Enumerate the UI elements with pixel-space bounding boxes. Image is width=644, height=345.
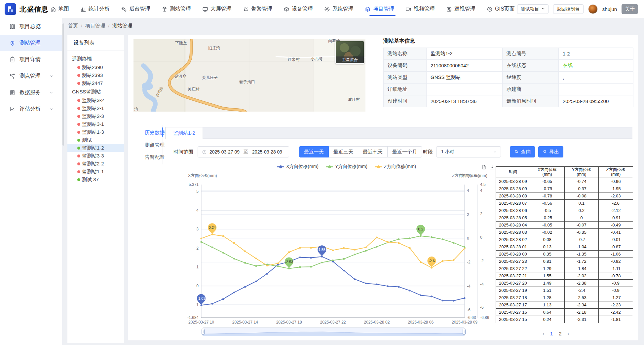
device-item-1-4[interactable]: 监测站1-3	[67, 128, 124, 136]
tab-station-1-2[interactable]: 监测站1-2	[166, 127, 203, 139]
online-status-dot	[77, 139, 80, 142]
nav-item-10[interactable]: 巡视管理	[445, 0, 476, 18]
svg-text:-2.6: -2.6	[429, 259, 435, 263]
project-select[interactable]: 测试项目	[517, 4, 549, 14]
breadcrumb-separator: /	[81, 23, 82, 29]
device-item-1-1[interactable]: 监测站2-1	[67, 104, 124, 112]
displacement-data-table: 时间X方向位移(mm)Y方向位移(mm)Z方向位移(mm) 2025-03-28…	[496, 166, 633, 323]
svg-text:0: 0	[467, 236, 469, 241]
map-layer-switcher[interactable]: 卫星混合	[335, 41, 364, 64]
avatar[interactable]	[588, 4, 598, 14]
map-place-label-2: 红泉村	[288, 57, 300, 62]
nav-item-3[interactable]: 测站管理	[161, 0, 192, 18]
offline-status-dot	[77, 99, 80, 102]
nav-item-8[interactable]: 项目管理	[364, 0, 395, 18]
legend-item-0[interactable]: X方向位移(mm)	[277, 164, 319, 170]
period-label: 时段	[423, 149, 433, 155]
sidebar-item-5[interactable]: 评估分析	[0, 101, 62, 117]
device-item-0-1[interactable]: 测站2393	[67, 71, 124, 79]
breadcrumb-item-0[interactable]: 首页	[68, 23, 78, 29]
quick-range-2[interactable]: 最近七天	[358, 146, 388, 157]
device-item-0-0[interactable]: 测站2390	[67, 63, 124, 71]
svg-text:4: 4	[480, 188, 482, 193]
data-view-icon[interactable]	[481, 164, 487, 170]
breadcrumb-item-1[interactable]: 项目管理	[85, 23, 105, 29]
table-cell: -1.06	[599, 250, 633, 258]
sidebar-item-label: 测点管理	[19, 73, 41, 80]
username: shujun	[602, 6, 617, 12]
info-label: 在线状态	[503, 60, 559, 72]
chart-area: 5.371543210-1-1.684420-2-4-6-6.634.5420-…	[178, 172, 496, 327]
sidebar-item-label: 评估分析	[19, 106, 41, 113]
sidebar-item-2[interactable]: 项目详情	[0, 51, 62, 68]
nav-item-5[interactable]: 告警管理	[242, 0, 273, 18]
sidebar-item-3[interactable]: 测点管理	[0, 68, 62, 84]
legend-item-1[interactable]: Y方向位移(mm)	[326, 164, 367, 170]
export-button[interactable]: 导出	[538, 146, 563, 157]
table-cell: -0.05	[530, 221, 564, 228]
nav-item-label: 巡视管理	[454, 6, 475, 13]
nav-item-11[interactable]: GIS页面	[486, 0, 515, 18]
datazoom-slider[interactable]	[203, 328, 465, 336]
device-item-1-7[interactable]: 监测站3-3	[67, 152, 124, 160]
nav-item-0[interactable]: 地图	[50, 0, 70, 18]
device-icon	[284, 6, 289, 12]
pagination-prev[interactable]: ‹	[543, 331, 544, 336]
quick-range-0[interactable]: 最近一天	[299, 146, 329, 157]
file-icon	[481, 164, 487, 170]
nav-item-1[interactable]: 统计分析	[80, 0, 110, 18]
device-item-1-6[interactable]: 监测站1-2	[67, 144, 124, 152]
date-end-value: 2025-03-28 09	[252, 149, 282, 155]
download-icon	[489, 164, 495, 170]
datazoom-selected-region	[203, 328, 464, 336]
query-button[interactable]: 查询	[510, 146, 535, 157]
device-item-1-0[interactable]: 监测站3-2	[67, 96, 124, 104]
back-to-console-button[interactable]: 返回控制台	[553, 4, 584, 14]
datazoom-handle-right[interactable]	[463, 329, 466, 335]
nav-item-4[interactable]: 大屏管理	[202, 0, 232, 18]
sidebar-scrollbar[interactable]	[62, 23, 64, 146]
device-item-0-2[interactable]: 测站2447	[67, 79, 124, 87]
stats-icon	[80, 6, 86, 12]
sidebar-item-1[interactable]: 测站管理	[0, 35, 62, 51]
about-button[interactable]: 关于	[622, 4, 638, 14]
nav-item-2[interactable]: 后台管理	[120, 0, 151, 18]
sidebar-item-4[interactable]: 数据服务	[0, 84, 62, 101]
device-item-1-2[interactable]: 监测站2-3	[67, 112, 124, 120]
pagination-page-1[interactable]: 1	[550, 331, 553, 336]
datazoom-handle-left[interactable]	[202, 329, 205, 335]
device-item-label: 监测站3-2	[82, 97, 104, 103]
map-base-art	[133, 39, 365, 112]
period-select[interactable]: 1 小时	[436, 146, 501, 157]
svg-text:0: 0	[196, 284, 199, 288]
brand-block[interactable]: 北盛信息	[5, 3, 49, 15]
nav-item-label: GIS页面	[495, 6, 515, 13]
search-icon	[543, 149, 547, 154]
sidebar-item-0[interactable]: 项目总览	[0, 18, 62, 35]
device-item-1-8[interactable]: 监测站2-2	[67, 160, 124, 168]
nav-item-9[interactable]: 视频管理	[405, 0, 436, 18]
station-map[interactable]: 下陡丘旧庄湾红泉村小儿湾尚套子硝河乡关儿庄子套子沟口关庄村后庄村湾 吉天线 卫星…	[133, 39, 365, 112]
legend-item-2[interactable]: Z方向位移(mm)	[375, 164, 416, 170]
data-table-body: 2025-03-28 09-0.65-0.74-0.962025-03-28 0…	[496, 178, 633, 323]
table-cell: 2025-03-28 04	[496, 221, 530, 228]
pagination-next[interactable]: ›	[568, 331, 569, 336]
device-item-1-3[interactable]: 监测站3-1	[67, 120, 124, 128]
device-item-1-5[interactable]: 测试	[67, 136, 124, 144]
period-select-value: 1 小时	[441, 149, 454, 155]
table-cell: 1.29	[530, 265, 564, 272]
device-group-label: GNSS监测站	[67, 87, 124, 96]
breadcrumb-item-2: 测站管理	[112, 23, 132, 29]
quick-range-3[interactable]: 最近一个月	[388, 146, 422, 157]
quick-range-1[interactable]: 最近三天	[329, 146, 358, 157]
device-item-1-9[interactable]: 监测站1-1	[67, 168, 124, 176]
date-range-picker[interactable]: 2025-03-27 09 至 2025-03-28 09	[198, 146, 289, 157]
download-icon[interactable]	[489, 164, 495, 170]
nav-item-6[interactable]: 设备管理	[283, 0, 314, 18]
table-cell: -2.38	[564, 279, 599, 287]
device-item-1-10[interactable]: 测试 37	[67, 176, 124, 184]
svg-text:0: 0	[480, 235, 482, 240]
nav-item-7[interactable]: 系统管理	[323, 0, 354, 18]
pagination-page-2[interactable]: 2	[559, 331, 561, 336]
map-place-label-9: 后庄村	[348, 96, 360, 102]
